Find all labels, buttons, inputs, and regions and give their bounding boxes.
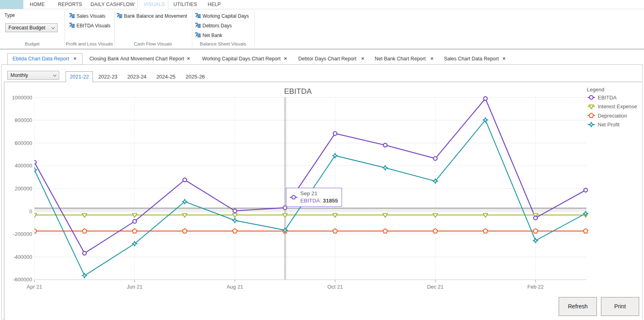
svg-text:Depreciation: Depreciation — [598, 113, 627, 119]
svg-text:600000: 600000 — [15, 140, 32, 146]
svg-text:200000: 200000 — [15, 186, 32, 192]
svg-text:Jun 21: Jun 21 — [127, 284, 142, 290]
svg-text:Dec 21: Dec 21 — [427, 284, 444, 290]
svg-text:Net Profit: Net Profit — [598, 122, 620, 128]
svg-text:Oct 21: Oct 21 — [327, 284, 343, 290]
svg-text:Legend: Legend — [587, 87, 604, 93]
svg-text:Sep 21: Sep 21 — [300, 190, 318, 196]
svg-text:Apr 21: Apr 21 — [27, 284, 42, 290]
svg-text:Interest Expense: Interest Expense — [598, 103, 637, 109]
svg-text:400000: 400000 — [15, 163, 32, 169]
svg-text:-600000: -600000 — [13, 277, 32, 283]
svg-text:1000000: 1000000 — [12, 95, 32, 101]
svg-text:Feb 22: Feb 22 — [527, 284, 543, 290]
svg-text:EBITDA: 31855: EBITDA: 31855 — [300, 198, 338, 204]
svg-text:0: 0 — [29, 209, 32, 215]
svg-text:-400000: -400000 — [13, 254, 32, 260]
svg-text:800000: 800000 — [15, 117, 32, 123]
svg-text:EBITDA: EBITDA — [598, 95, 617, 101]
svg-text:Aug 21: Aug 21 — [227, 284, 243, 290]
svg-text:EBITDA: EBITDA — [284, 87, 312, 95]
svg-text:-200000: -200000 — [13, 231, 32, 237]
